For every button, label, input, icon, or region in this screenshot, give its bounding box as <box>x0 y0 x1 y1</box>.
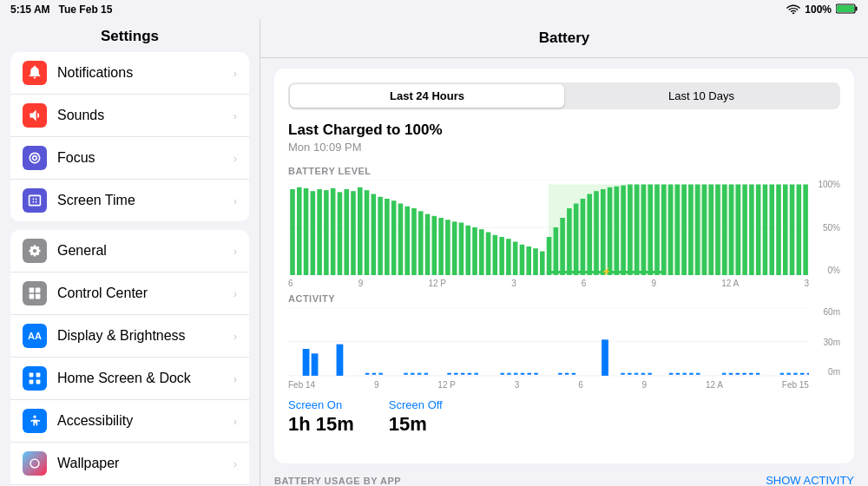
svg-rect-7 <box>36 294 41 299</box>
chevron-icon: › <box>233 67 237 80</box>
sidebar-item-focus[interactable]: Focus › <box>10 137 249 180</box>
svg-rect-47 <box>486 233 491 276</box>
accessibility-icon <box>23 409 47 433</box>
battery-level-chart: 100% 50% 0% <box>288 180 840 275</box>
svg-rect-54 <box>533 248 538 275</box>
svg-rect-22 <box>317 189 322 275</box>
activity-chart: 60m 30m 0m <box>288 307 840 377</box>
sidebar-item-notifications[interactable]: Notifications › <box>10 52 249 95</box>
wallpaper-icon <box>23 451 47 476</box>
sidebar-item-control-center[interactable]: Control Center › <box>10 273 249 315</box>
show-activity-button[interactable]: SHOW ACTIVITY <box>766 474 854 486</box>
screen-stats: Screen On 1h 15m Screen Off 15m <box>288 398 840 436</box>
sidebar-item-accessibility[interactable]: Accessibility › <box>10 400 249 443</box>
focus-icon <box>23 146 47 170</box>
sidebar-item-home-screen[interactable]: Home Screen & Dock › <box>10 358 249 400</box>
main-layout: Settings Notifications › Sounds › <box>0 19 868 486</box>
last-24-hours-tab[interactable]: Last 24 Hours <box>290 84 564 108</box>
svg-rect-108 <box>602 339 608 376</box>
screen-on-stat: Screen On 1h 15m <box>288 398 354 436</box>
sidebar-item-sounds[interactable]: Sounds › <box>10 95 249 137</box>
notifications-icon <box>23 61 47 85</box>
y-label-0m: 0m <box>812 367 840 377</box>
svg-rect-37 <box>418 211 424 275</box>
sidebar-item-display-brightness[interactable]: AA Display & Brightness › <box>10 315 249 358</box>
screen-on-label: Screen On <box>288 398 354 411</box>
sidebar-item-display-brightness-label: Display & Brightness <box>57 328 233 344</box>
battery-title: Battery <box>260 19 868 58</box>
svg-rect-52 <box>520 245 525 275</box>
svg-rect-46 <box>479 229 484 275</box>
sidebar-section-1: Notifications › Sounds › Focus › <box>10 52 249 221</box>
svg-point-12 <box>33 416 36 418</box>
svg-rect-78 <box>695 185 700 276</box>
svg-rect-60 <box>574 204 579 276</box>
svg-rect-61 <box>581 199 586 275</box>
svg-rect-67 <box>621 186 626 275</box>
svg-rect-34 <box>398 204 404 276</box>
app-usage-label: BATTERY USAGE BY APP <box>274 476 401 486</box>
wifi-icon <box>786 3 800 16</box>
status-bar: 5:15 AM Tue Feb 15 100% <box>0 0 868 19</box>
svg-rect-4 <box>30 288 35 293</box>
last-charged-text: Last Charged to 100% <box>288 122 840 139</box>
screen-time-icon <box>23 188 47 213</box>
svg-rect-79 <box>702 185 707 276</box>
svg-rect-36 <box>411 208 417 275</box>
svg-rect-58 <box>560 218 565 275</box>
sidebar-item-wallpaper[interactable]: Wallpaper › <box>10 443 249 485</box>
svg-rect-71 <box>648 185 653 276</box>
svg-text:⚡: ⚡ <box>602 266 612 275</box>
svg-point-0 <box>792 12 794 14</box>
battery-bars-area: ⚡ <box>288 180 809 275</box>
svg-rect-42 <box>452 221 457 275</box>
svg-rect-92 <box>790 185 795 276</box>
general-icon <box>23 239 47 263</box>
svg-rect-9 <box>36 373 41 378</box>
svg-rect-25 <box>338 192 343 275</box>
last-10-days-tab[interactable]: Last 10 Days <box>564 84 838 108</box>
svg-rect-5 <box>36 288 41 293</box>
app-usage-header: BATTERY USAGE BY APP SHOW ACTIVITY <box>274 474 854 486</box>
sidebar-item-general[interactable]: General › <box>10 230 249 273</box>
svg-rect-19 <box>297 187 302 275</box>
svg-rect-18 <box>290 189 295 275</box>
svg-rect-85 <box>742 185 747 276</box>
battery-main-card: Last 24 Hours Last 10 Days Last Charged … <box>274 69 854 463</box>
svg-rect-2 <box>856 6 858 10</box>
sidebar-item-home-screen-label: Home Screen & Dock <box>57 371 233 386</box>
svg-rect-32 <box>385 199 390 275</box>
sidebar: Settings Notifications › Sounds › <box>0 19 260 486</box>
svg-rect-91 <box>783 185 788 276</box>
svg-rect-39 <box>432 216 437 275</box>
time-range-selector[interactable]: Last 24 Hours Last 10 Days <box>288 82 840 109</box>
svg-rect-57 <box>554 227 559 275</box>
screen-off-value: 15m <box>389 413 443 436</box>
svg-rect-80 <box>708 185 713 276</box>
svg-rect-10 <box>30 380 34 384</box>
display-brightness-icon: AA <box>23 324 47 348</box>
chevron-icon: › <box>233 287 237 300</box>
svg-rect-20 <box>304 188 309 275</box>
content-area: Battery Last 24 Hours Last 10 Days Last … <box>260 19 868 486</box>
activity-bars-area <box>288 307 809 377</box>
svg-rect-76 <box>681 185 687 276</box>
svg-rect-27 <box>351 191 356 275</box>
svg-rect-43 <box>459 223 464 276</box>
y-label-50: 50% <box>812 223 840 233</box>
svg-rect-31 <box>378 197 383 275</box>
svg-rect-102 <box>337 345 344 376</box>
sidebar-section-2: General › Control Center › AA Display & … <box>10 230 249 486</box>
sounds-icon <box>23 103 47 128</box>
y-label-100: 100% <box>812 180 840 189</box>
svg-rect-28 <box>358 187 363 275</box>
y-label-60m: 60m <box>812 307 840 317</box>
svg-rect-83 <box>729 185 734 276</box>
svg-rect-6 <box>30 294 35 299</box>
svg-rect-65 <box>608 187 613 275</box>
svg-rect-82 <box>722 185 727 276</box>
chevron-icon: › <box>233 415 237 428</box>
chevron-icon: › <box>233 245 237 258</box>
sidebar-item-screen-time[interactable]: Screen Time › <box>10 180 249 221</box>
svg-rect-11 <box>36 380 41 384</box>
